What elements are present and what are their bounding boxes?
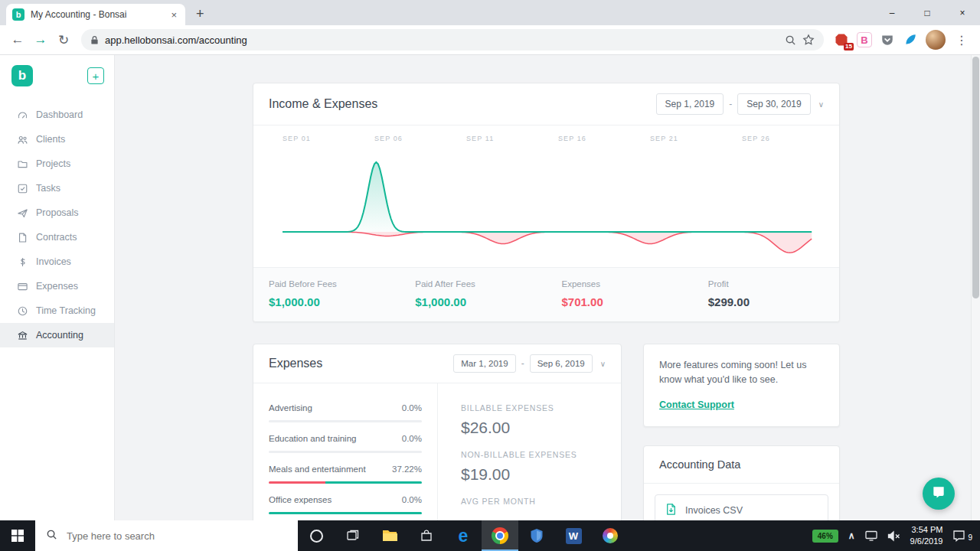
tasks-check-icon [17, 183, 28, 194]
income-date-to[interactable]: Sep 30, 2019 [737, 93, 810, 115]
window-minimize-button[interactable]: – [874, 0, 910, 25]
income-date-from[interactable]: Sep 1, 2019 [656, 93, 724, 115]
sidebar-item-expenses[interactable]: Expenses [0, 274, 114, 298]
income-card-title: Income & Expenses [269, 97, 377, 111]
tab-close-icon[interactable]: × [168, 9, 179, 21]
shield-app-button[interactable] [518, 520, 555, 551]
address-bar[interactable]: app.hellobonsai.com/accounting [81, 29, 824, 51]
brush-extension-icon[interactable] [900, 30, 920, 50]
sidebar: b + Dashboard Clients Projects Tasks Pro… [0, 55, 115, 520]
clock-icon [17, 305, 28, 317]
task-view-button[interactable] [335, 520, 371, 551]
main-content: Income & Expenses Sep 1, 2019 - Sep 30, … [115, 55, 980, 520]
dashboard-icon [17, 109, 28, 121]
taskbar-search[interactable] [35, 520, 298, 551]
clock-time: 3:54 PM [910, 524, 943, 536]
contact-support-link[interactable]: Contact Support [659, 398, 734, 412]
new-tab-button[interactable]: + [196, 6, 204, 22]
chevron-down-icon[interactable]: ∨ [600, 360, 606, 368]
chrome-icon [492, 527, 508, 544]
sidebar-item-contracts[interactable]: Contracts [0, 225, 114, 249]
proposals-send-icon [17, 207, 28, 219]
clock-date: 9/6/2019 [910, 536, 943, 547]
volume-muted-icon[interactable] [887, 530, 900, 542]
chat-widget-button[interactable] [923, 478, 955, 510]
photos-app-icon [603, 528, 618, 543]
pocket-extension-icon[interactable] [877, 30, 897, 50]
x-tick-label: SEP 06 [374, 135, 403, 142]
category-advertising: Advertising 0.0% [269, 403, 422, 422]
scrollbar-thumb[interactable] [972, 57, 979, 298]
sidebar-item-label: Tasks [36, 183, 60, 194]
forward-button[interactable]: → [29, 28, 52, 51]
back-button[interactable]: ← [6, 28, 29, 51]
bookmark-star-icon[interactable] [802, 34, 815, 46]
category-office: Office expenses 0.0% [269, 495, 422, 514]
billable-expenses-stat: BILLABLE EXPENSES $26.00 [461, 403, 621, 437]
sidebar-item-label: Proposals [36, 207, 79, 218]
taskbar-clock[interactable]: 3:54 PM 9/6/2019 [910, 524, 943, 547]
x-tick-label: SEP 16 [558, 135, 586, 142]
sidebar-item-dashboard[interactable]: Dashboard [0, 103, 114, 127]
lock-icon[interactable] [90, 35, 99, 45]
sidebar-item-label: Expenses [36, 281, 78, 292]
photos-app-button[interactable] [592, 520, 629, 551]
chrome-button[interactable] [482, 520, 518, 551]
taskbar-search-input[interactable] [65, 530, 256, 543]
sidebar-item-label: Accounting [36, 330, 83, 341]
display-icon[interactable] [865, 530, 877, 541]
expense-categories: Advertising 0.0% Education and training … [253, 383, 437, 520]
promo-text: More features coming soon! Let us know w… [659, 360, 806, 385]
sidebar-item-projects[interactable]: Projects [0, 152, 114, 176]
expenses-date-range: Mar 1, 2019 - Sep 6, 2019 ∨ [453, 354, 606, 373]
page-scrollbar[interactable] [971, 55, 980, 520]
edge-button[interactable]: e [445, 520, 482, 551]
url-text[interactable]: app.hellobonsai.com/accounting [105, 34, 779, 46]
chevron-down-icon[interactable]: ∨ [818, 100, 824, 109]
sidebar-item-label: Invoices [36, 256, 71, 267]
expenses-date-to[interactable]: Sep 6, 2019 [530, 354, 593, 373]
cortana-button[interactable] [298, 520, 335, 551]
refresh-button[interactable]: ↻ [52, 28, 75, 51]
category-meals: Meals and entertainment 37.22% [269, 465, 422, 484]
category-bar [269, 420, 422, 422]
file-explorer-button[interactable] [371, 520, 408, 551]
x-tick-label: SEP 21 [650, 135, 678, 142]
stat-paid-after-fees: Paid After Fees $1,000.00 [400, 279, 546, 308]
b-extension-icon[interactable]: B [854, 30, 874, 50]
browser-tabstrip: b My Accounting - Bonsai × + – □ × [0, 0, 980, 25]
stat-expenses: Expenses $701.00 [547, 279, 693, 308]
search-icon [46, 529, 57, 543]
expenses-card: Expenses Mar 1, 2019 - Sep 6, 2019 ∨ [253, 344, 622, 520]
tray-expand-icon[interactable]: ∧ [848, 530, 855, 541]
sidebar-item-tasks[interactable]: Tasks [0, 176, 114, 201]
sidebar-item-time-tracking[interactable]: Time Tracking [0, 298, 114, 323]
window-maximize-button[interactable]: □ [910, 0, 945, 25]
action-center-button[interactable]: 9 [952, 530, 972, 542]
expenses-date-from[interactable]: Mar 1, 2019 [453, 354, 515, 373]
accounting-data-title: Accounting Data [659, 458, 740, 471]
profile-avatar[interactable] [926, 30, 946, 50]
bonsai-logo[interactable]: b [11, 65, 33, 86]
tab-title: My Accounting - Bonsai [31, 9, 168, 20]
invoices-csv-item[interactable]: Invoices CSV [655, 494, 828, 520]
sidebar-item-accounting[interactable]: Accounting [0, 323, 114, 347]
battery-indicator[interactable]: 46% [812, 530, 838, 543]
zoom-icon[interactable] [785, 34, 796, 46]
sidebar-item-proposals[interactable]: Proposals [0, 201, 114, 225]
microsoft-store-button[interactable] [408, 520, 445, 551]
bonsai-favicon: b [12, 8, 24, 21]
income-date-range: Sep 1, 2019 - Sep 30, 2019 ∨ [656, 93, 824, 115]
sidebar-item-clients[interactable]: Clients [0, 127, 114, 152]
non-billable-expenses-stat: NON-BILLABLE EXPENSES $19.00 [461, 450, 621, 484]
adblock-extension-icon[interactable]: 15 [831, 30, 851, 50]
browser-menu-icon[interactable]: ⋮ [949, 33, 974, 47]
window-close-button[interactable]: × [945, 0, 980, 25]
word-button[interactable]: W [555, 520, 592, 551]
browser-tab[interactable]: b My Accounting - Bonsai × [6, 4, 185, 25]
promo-card: More features coming soon! Let us know w… [643, 344, 840, 427]
start-button[interactable] [0, 520, 35, 551]
category-bar [269, 451, 422, 453]
sidebar-item-invoices[interactable]: Invoices [0, 249, 114, 274]
add-new-button[interactable]: + [87, 67, 104, 84]
